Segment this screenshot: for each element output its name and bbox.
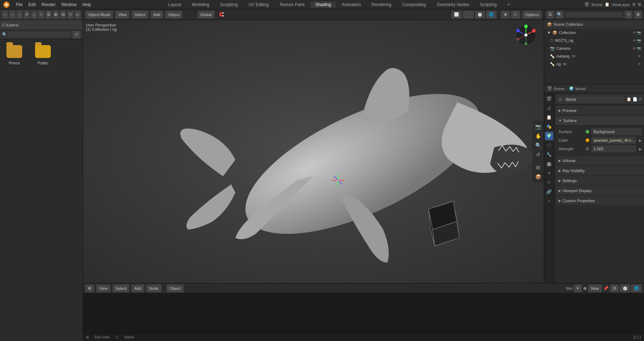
world-name-input[interactable] [564, 97, 624, 102]
grid-icon[interactable]: ⊞ [534, 163, 542, 172]
filter-right[interactable]: ▷ [75, 11, 80, 19]
node-shading-wire[interactable]: ⊟ [610, 284, 619, 292]
props-physics-icon[interactable]: ⚛ [545, 178, 553, 187]
camera-eye[interactable]: 👁 [633, 47, 636, 50]
props-particles-icon[interactable]: ✦ [545, 169, 553, 177]
node-shading-mat[interactable]: 🌐 [631, 284, 642, 292]
transform-global[interactable]: Global [197, 11, 215, 19]
new-node-btn[interactable]: New [588, 284, 602, 292]
tab-uv-editing[interactable]: UV Editing [243, 1, 274, 8]
tab-modeling[interactable]: Modeling [187, 1, 214, 8]
tab-add[interactable]: + [502, 1, 515, 8]
outliner-sync[interactable]: ⊞ [634, 11, 642, 19]
menu-window[interactable]: Window [58, 1, 79, 8]
ray-visibility-section[interactable]: ▶ Ray Visibility [556, 166, 644, 175]
rendered-shading[interactable]: 🌐 [486, 11, 497, 19]
home-button[interactable]: ⌂ [31, 11, 37, 19]
collection-eye-icon[interactable]: 👁 [633, 31, 636, 35]
props-object-icon[interactable]: ⬡ [545, 141, 553, 150]
props-view-layer-icon[interactable]: 📋 [545, 113, 553, 122]
camera-view-icon[interactable]: 📷 [534, 122, 542, 131]
object-button[interactable]: Object [165, 11, 182, 19]
tab-layout[interactable]: Layout [163, 1, 186, 8]
add-button[interactable]: Add [151, 11, 164, 19]
select-button[interactable]: Select [132, 11, 148, 19]
parent-button[interactable]: ↑ [17, 11, 23, 19]
file-item-prince[interactable]: Prince [4, 43, 25, 65]
nav-gizmo[interactable]: X Z Y [515, 24, 537, 46]
screen-icon[interactable]: ⊞ [638, 2, 641, 7]
breadcrumb-scene[interactable]: Scene [553, 87, 565, 91]
tab-rendering[interactable]: Rendering [367, 1, 396, 8]
wireframe-shading[interactable]: ⬜ [451, 11, 462, 19]
preview-section[interactable]: ▶ Preview [556, 106, 644, 115]
hand-icon[interactable]: ✋ [534, 132, 542, 140]
wgts-eye[interactable]: 👁 [633, 39, 636, 43]
view-button[interactable]: View [115, 11, 130, 19]
filter-left[interactable]: ▽ [67, 11, 73, 19]
outliner-filter-btn[interactable]: ▽ [625, 11, 633, 19]
forward-button[interactable]: → [9, 11, 15, 19]
options-button[interactable]: Options [522, 11, 542, 19]
world-new-icon[interactable]: 📄 [633, 97, 638, 102]
slot-picker[interactable]: ▾ [574, 284, 582, 292]
surface-section-header[interactable]: ▼ Surface [556, 116, 644, 125]
tab-sculpting[interactable]: Sculpting [215, 1, 243, 8]
outliner-search[interactable]: 🔍 [556, 11, 564, 19]
outliner-filter[interactable]: ☰ [546, 11, 554, 19]
scene-name[interactable]: Scene [591, 3, 602, 7]
props-constraints-icon[interactable]: 🔗 [545, 187, 553, 196]
refresh-button[interactable]: ↺ [24, 11, 30, 19]
node-object-mode[interactable]: Object [166, 284, 184, 292]
collection-icon[interactable]: 📦 [534, 172, 542, 181]
back-button[interactable]: ← [2, 11, 8, 19]
rotate-icon[interactable]: ↺ [534, 150, 542, 159]
wgts-render[interactable]: 📷 [637, 39, 641, 43]
outliner-search-input[interactable] [565, 12, 623, 18]
node-add-button[interactable]: Add [131, 284, 144, 292]
node-view-button[interactable]: View [96, 284, 111, 292]
settings-section[interactable]: ▶ Settings [556, 176, 644, 185]
surface-value[interactable]: Background [591, 128, 642, 135]
menu-render[interactable]: Render [39, 1, 58, 8]
outliner-item-rig[interactable]: 🦴 rig 99 👁 [544, 60, 644, 68]
node-editor-canvas[interactable] [83, 293, 644, 333]
breadcrumb-world[interactable]: World [575, 87, 586, 91]
material-shading[interactable]: ⬤ [475, 11, 485, 19]
bookmark-button[interactable]: ☆ [38, 11, 44, 19]
node-add-icon[interactable]: ⊕ [583, 286, 587, 291]
zoom-icon[interactable]: 🔍 [534, 141, 542, 150]
world-browse-icon[interactable]: 📋 [626, 97, 631, 102]
mode-switcher[interactable]: Object Mode [85, 11, 113, 19]
menu-file[interactable]: File [13, 1, 25, 8]
strength-arrow[interactable]: ▶ [639, 147, 642, 151]
file-item-public[interactable]: Public [32, 43, 54, 65]
props-modifier-icon[interactable]: 🔧 [545, 150, 553, 159]
filter-icon[interactable]: ⚙ [632, 2, 636, 7]
list-view[interactable]: ☰ [46, 11, 52, 19]
node-select-button[interactable]: Select [113, 284, 130, 292]
strength-value[interactable]: 1.000 [591, 145, 636, 152]
menu-help[interactable]: Help [79, 1, 94, 8]
world-close-icon[interactable]: ✕ [639, 97, 642, 102]
outliner-item-metarig[interactable]: 🦴 metarig 33 👁 [544, 52, 644, 60]
rig-eye[interactable]: 👁 [638, 62, 641, 66]
custom-properties-section[interactable]: ▶ Custom Properties [556, 196, 644, 205]
tab-animation[interactable]: Animation [337, 1, 366, 8]
tab-shading[interactable]: Shading [310, 1, 336, 8]
path-input[interactable] [2, 23, 80, 27]
metarig-eye[interactable]: 👁 [638, 54, 641, 58]
props-material-icon[interactable]: ⬤ [545, 160, 553, 168]
camera-render[interactable]: 📷 [637, 47, 641, 50]
solid-shading[interactable]: ⬛ [463, 11, 474, 19]
props-scene-icon[interactable]: 🎭 [545, 122, 553, 131]
overlay-button[interactable]: ⊕ [501, 11, 510, 19]
props-render-icon[interactable]: 🎬 [545, 94, 553, 103]
viewlayer-name[interactable]: ViewLayer [612, 3, 630, 7]
props-output-icon[interactable]: 🖨 [545, 104, 553, 112]
viewport-canvas[interactable]: User Perspective (1) Collection | rig [83, 20, 544, 283]
color-arrow[interactable]: ▶ [639, 138, 642, 142]
node-editor-icon[interactable]: ⊞ [85, 284, 94, 292]
pin-btn[interactable]: 📌 [603, 286, 609, 291]
blender-logo-icon[interactable] [3, 1, 10, 8]
